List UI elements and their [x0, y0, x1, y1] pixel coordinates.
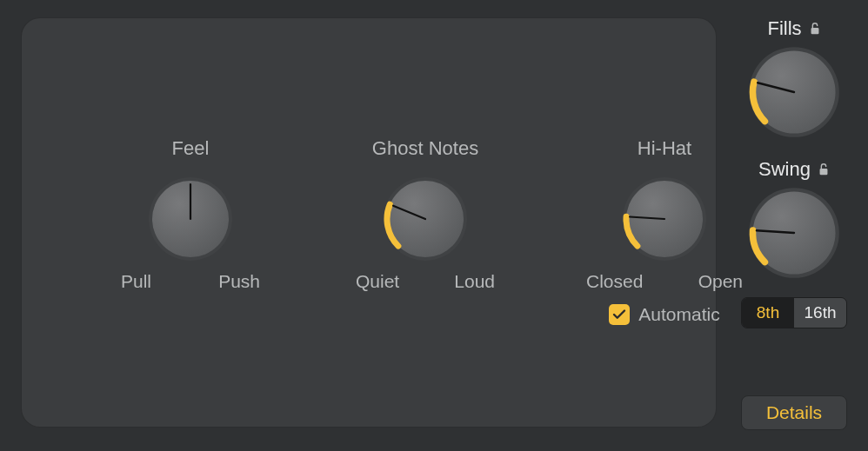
knob-labels-feel: Pull Push: [121, 271, 260, 292]
side-column: Fills Swing: [736, 17, 852, 434]
feel-knob[interactable]: [147, 176, 234, 262]
knob-title-ghost-notes: Ghost Notes: [372, 137, 478, 160]
svg-rect-9: [811, 28, 818, 34]
fills-title: Fills: [767, 17, 801, 40]
knob-row: Feel Pull Push Ghost Notes: [21, 137, 717, 325]
hihat-automatic-checkbox[interactable]: [609, 304, 630, 325]
knob-title-hihat: Hi-Hat: [638, 137, 691, 160]
swing-subdivision-toggle[interactable]: 8th 16th: [741, 297, 847, 328]
knob-labels-hihat: Closed Open: [586, 271, 743, 292]
feel-max-label: Push: [218, 271, 260, 292]
lock-open-icon[interactable]: [818, 162, 830, 176]
knob-title-feel: Feel: [172, 137, 210, 160]
hihat-min-label: Closed: [586, 271, 643, 292]
lock-open-icon[interactable]: [809, 22, 821, 36]
knob-unit-hihat: Hi-Hat Closed Open Automatic: [591, 137, 738, 325]
details-button[interactable]: Details: [741, 395, 847, 430]
fills-title-row: Fills: [767, 17, 820, 40]
hihat-automatic-label: Automatic: [638, 304, 719, 325]
hihat-knob[interactable]: [621, 176, 708, 262]
checkmark-icon: [611, 307, 627, 322]
feel-min-label: Pull: [121, 271, 151, 292]
swing-option-16th[interactable]: 16th: [794, 298, 846, 328]
drummer-detail-panel: Feel Pull Push Ghost Notes: [21, 17, 717, 428]
knob-unit-ghost-notes: Ghost Notes Quiet Loud: [356, 137, 495, 325]
fills-knob[interactable]: [747, 45, 841, 139]
details-button-label: Details: [766, 402, 822, 423]
svg-rect-13: [820, 169, 828, 175]
knob-unit-feel: Feel Pull Push: [121, 137, 260, 325]
ghost-notes-knob[interactable]: [382, 176, 469, 262]
hihat-automatic-row[interactable]: Automatic: [609, 304, 719, 325]
hihat-max-label: Open: [698, 271, 743, 292]
swing-title-row: Swing: [758, 158, 830, 181]
ghost-min-label: Quiet: [356, 271, 399, 292]
swing-option-8th[interactable]: 8th: [742, 298, 794, 328]
swing-knob[interactable]: [747, 186, 841, 280]
knob-labels-ghost-notes: Quiet Loud: [356, 271, 495, 292]
ghost-max-label: Loud: [454, 271, 495, 292]
swing-title: Swing: [758, 158, 811, 181]
